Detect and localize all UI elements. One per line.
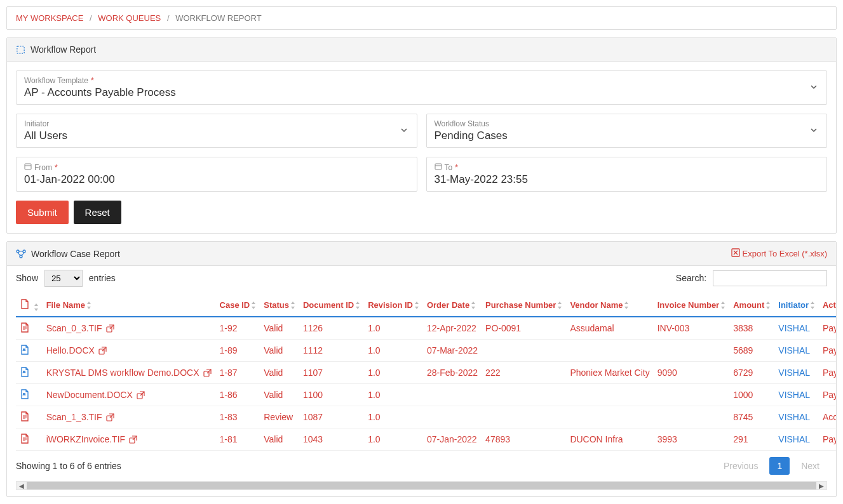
document-icon — [20, 366, 30, 378]
cell-case-id: 1-81 — [216, 428, 260, 451]
scroll-left-icon: ◀ — [17, 482, 27, 489]
cell-initiator: VISHAL — [774, 428, 819, 451]
cell-initiator: VISHAL — [774, 384, 819, 406]
cell-status: Valid — [260, 384, 299, 406]
svg-rect-1 — [25, 164, 31, 169]
cell-status: Valid — [260, 428, 299, 451]
col-initiator[interactable]: Initiator — [774, 293, 819, 317]
open-external-icon[interactable] — [106, 413, 115, 422]
flowchart-icon — [16, 249, 26, 258]
initiator-select[interactable]: Initiator All Users — [16, 114, 417, 148]
scrollbar-thumb[interactable] — [27, 482, 816, 489]
cell-case-id: 1-86 — [216, 384, 260, 406]
open-external-icon[interactable] — [203, 369, 212, 378]
export-excel-link[interactable]: Export To Excel (*.xlsx) — [731, 248, 827, 259]
prev-page[interactable]: Previous — [716, 457, 765, 475]
col-document-id[interactable]: Document ID — [299, 293, 364, 317]
required-marker: * — [55, 163, 58, 172]
cell-document-id: 1107 — [299, 362, 364, 384]
svg-point-6 — [23, 250, 25, 253]
entries-select[interactable]: 25 — [44, 270, 83, 287]
cell-vendor-name — [566, 340, 653, 362]
col-activity[interactable]: Activity — [819, 293, 836, 317]
sort-icon — [810, 302, 815, 309]
cell-amount: 291 — [729, 428, 774, 451]
sort-icon — [720, 302, 725, 309]
col-file-name[interactable]: File Name — [43, 293, 216, 317]
sort-icon — [290, 302, 295, 309]
cell-revision-id: 1.0 — [364, 317, 423, 340]
show-prefix: Show — [16, 273, 38, 283]
col-order-date[interactable]: Order Date — [423, 293, 482, 317]
cell-order-date: 07-Mar-2022 — [423, 340, 482, 362]
export-label: Export To Excel (*.xlsx) — [743, 249, 827, 258]
cell-file-name[interactable]: Scan_0_3.TIF — [43, 317, 216, 340]
open-external-icon[interactable] — [129, 435, 138, 444]
reset-button[interactable]: Reset — [74, 201, 121, 224]
horizontal-scrollbar[interactable]: ◀ ▶ — [16, 481, 827, 490]
cell-file-name[interactable]: iWORKZInvoice.TIF — [43, 428, 216, 451]
from-value: 01-Jan-2022 00:00 — [24, 173, 409, 186]
cell-activity: Payable — [819, 384, 836, 406]
cell-order-date: 07-Jan-2022 — [423, 428, 482, 451]
cell-order-date — [423, 384, 482, 406]
col-purchase-number[interactable]: Purchase Number — [482, 293, 566, 317]
submit-button[interactable]: Submit — [16, 201, 69, 224]
table-row: Scan_1_3.TIF1-83Review10871.08745VISHALA… — [16, 406, 836, 428]
cell-case-id: 1-87 — [216, 362, 260, 384]
svg-rect-3 — [435, 164, 442, 169]
workflow-status-select[interactable]: Workflow Status Pending Cases — [426, 114, 828, 148]
cell-revision-id: 1.0 — [364, 406, 423, 428]
table-controls: Show 25 entries Search: — [7, 266, 836, 293]
cell-file-name[interactable]: NewDocument.DOCX — [43, 384, 216, 406]
from-date-input[interactable]: From * 01-Jan-2022 00:00 — [16, 157, 417, 192]
svg-point-5 — [17, 250, 19, 253]
workflow-template-select[interactable]: Workflow Template * AP - Accounts Payabl… — [16, 70, 827, 105]
open-external-icon[interactable] — [98, 347, 107, 355]
cell-revision-id: 1.0 — [364, 384, 423, 406]
breadcrumb-my-workspace[interactable]: MY WORKSPACE — [16, 13, 83, 23]
col-invoice-number[interactable]: Invoice Number — [654, 293, 730, 317]
page-1[interactable]: 1 — [769, 457, 790, 475]
cell-activity: Payable — [819, 362, 836, 384]
col-amount[interactable]: Amount — [729, 293, 774, 317]
open-external-icon[interactable] — [106, 324, 115, 333]
cell-vendor-name: DUCON Infra — [566, 428, 653, 451]
col-revision-id[interactable]: Revision ID — [364, 293, 423, 317]
calendar-icon — [435, 162, 442, 172]
breadcrumb-sep: / — [90, 13, 92, 23]
required-marker: * — [455, 163, 458, 172]
cell-file-icon — [16, 340, 43, 362]
sort-icon — [34, 303, 39, 311]
cell-revision-id: 1.0 — [364, 428, 423, 451]
cell-file-name[interactable]: KRYSTAL DMS workflow Demo.DOCX — [43, 362, 216, 384]
search-label: Search: — [676, 273, 706, 283]
cell-file-name[interactable]: Hello.DOCX — [43, 340, 216, 362]
sort-icon — [355, 302, 360, 309]
open-external-icon[interactable] — [137, 391, 145, 400]
cell-document-id: 1043 — [299, 428, 364, 451]
col-file-icon[interactable] — [16, 293, 43, 317]
cell-initiator: VISHAL — [774, 317, 819, 340]
document-icon — [20, 322, 30, 333]
next-page[interactable]: Next — [793, 457, 827, 475]
to-date-input[interactable]: To * 31-May-2022 23:55 — [426, 157, 828, 192]
cell-initiator: VISHAL — [774, 406, 819, 428]
cell-file-icon — [16, 384, 43, 406]
col-case-id[interactable]: Case ID — [216, 293, 260, 317]
col-vendor-name[interactable]: Vendor Name — [566, 293, 653, 317]
panel-body: Workflow Template * AP - Accounts Payabl… — [7, 62, 836, 233]
cell-amount: 3838 — [729, 317, 774, 340]
calendar-icon — [24, 162, 32, 172]
document-icon — [20, 388, 30, 400]
col-status[interactable]: Status — [260, 293, 299, 317]
workflow-template-label: Workflow Template — [24, 76, 88, 85]
cell-initiator: VISHAL — [774, 340, 819, 362]
document-icon — [20, 344, 30, 355]
cell-file-name[interactable]: Scan_1_3.TIF — [43, 406, 216, 428]
breadcrumb-current: WORKFLOW REPORT — [175, 13, 262, 23]
sort-icon — [624, 302, 629, 309]
to-value: 31-May-2022 23:55 — [435, 173, 819, 186]
search-input[interactable] — [713, 270, 827, 286]
breadcrumb-work-queues[interactable]: WORK QUEUES — [98, 13, 161, 23]
